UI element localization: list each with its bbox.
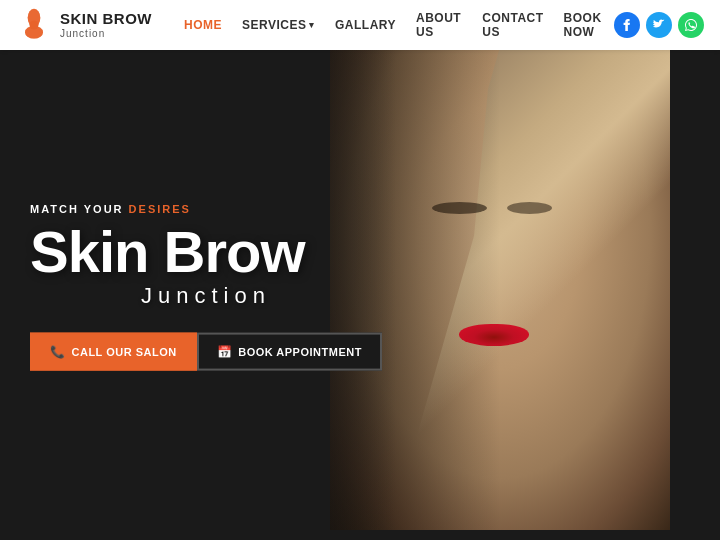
nav-services[interactable]: SERVICES ▾ — [242, 18, 315, 32]
hero-title: Skin Brow — [30, 223, 382, 281]
nav-gallery[interactable]: GALLARY — [335, 18, 396, 32]
nav-contact[interactable]: CONTACT US — [482, 11, 543, 39]
logo-text: SKIN BROW Junction — [60, 11, 152, 39]
book-appointment-button[interactable]: 📅 BOOK APPOINTMENT — [197, 333, 382, 371]
social-icons — [614, 12, 704, 38]
twitter-icon[interactable] — [646, 12, 672, 38]
logo-icon — [16, 7, 52, 43]
chevron-down-icon: ▾ — [309, 20, 315, 30]
brand-name: SKIN BROW — [60, 11, 152, 28]
hero-subtitle: Junction — [30, 283, 382, 309]
nav-book[interactable]: BOOK NOW — [564, 11, 614, 39]
phone-icon: 📞 — [50, 345, 66, 359]
hero-buttons: 📞 CALL OUR SALON 📅 BOOK APPOINTMENT — [30, 333, 382, 371]
call-salon-button[interactable]: 📞 CALL OUR SALON — [30, 333, 197, 371]
logo[interactable]: SKIN BROW Junction — [16, 7, 152, 43]
hero-content: MATCH YOUR DESIRES Skin Brow Junction 📞 … — [30, 203, 382, 371]
svg-point-4 — [30, 21, 39, 30]
brand-subtitle: Junction — [60, 28, 152, 39]
nav-about[interactable]: ABOUT US — [416, 11, 462, 39]
hero-section: MATCH YOUR DESIRES Skin Brow Junction 📞 … — [0, 50, 720, 540]
nav-home[interactable]: HOME — [184, 18, 222, 32]
nav-links: HOME SERVICES ▾ GALLARY ABOUT US CONTACT… — [184, 11, 614, 39]
calendar-icon: 📅 — [217, 345, 233, 359]
hero-tagline: MATCH YOUR DESIRES — [30, 203, 382, 215]
hero-tagline-accent: DESIRES — [129, 203, 191, 215]
facebook-icon[interactable] — [614, 12, 640, 38]
navbar: SKIN BROW Junction HOME SERVICES ▾ GALLA… — [0, 0, 720, 50]
whatsapp-icon[interactable] — [678, 12, 704, 38]
